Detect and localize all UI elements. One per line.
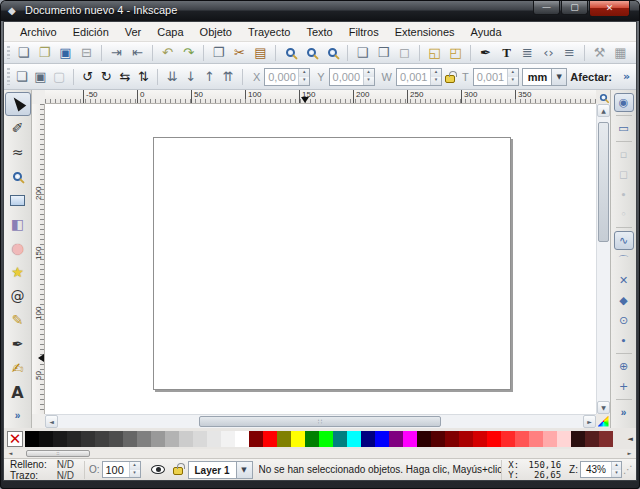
y-field-value[interactable]: 0,000	[330, 69, 363, 85]
menu-edicion[interactable]: Edición	[65, 24, 117, 40]
fill-and-stroke-icon[interactable]: ✒	[476, 43, 495, 62]
zoom-value[interactable]: 43%	[581, 462, 611, 477]
x-field-spinner[interactable]: ▴▾	[298, 69, 309, 85]
unit-dropdown[interactable]: mm ▼	[522, 68, 568, 86]
layer-visibility-eye-icon[interactable]	[151, 465, 165, 474]
export-icon[interactable]: ⇤	[128, 43, 147, 62]
snap-paths-button[interactable]: ⌒	[614, 251, 634, 270]
import-icon[interactable]: ⇥	[107, 43, 126, 62]
palette-swatch[interactable]	[291, 431, 305, 447]
palette-swatch[interactable]	[95, 431, 109, 447]
selector-tool[interactable]	[5, 92, 31, 116]
snap-bbox-edges-button[interactable]: ▫	[614, 145, 634, 164]
snap-bounding-box-button[interactable]: ▭	[614, 119, 634, 138]
menu-extensiones[interactable]: Extensiones	[387, 24, 463, 40]
scroll-left-arrow[interactable]: ◄	[45, 415, 58, 428]
palette-swatch[interactable]	[375, 431, 389, 447]
raise-one-step-icon[interactable]: ↑	[202, 67, 218, 86]
palette-swatch[interactable]	[67, 431, 81, 447]
snapbar-overflow-chevron[interactable]: »	[621, 407, 627, 418]
snap-path-intersections-button[interactable]: ✕	[614, 271, 634, 290]
align-distribute-icon[interactable]: ≡	[560, 43, 579, 62]
palette-scrollbar[interactable]: ◄ ⫶⫶ ►	[4, 449, 636, 458]
width-field[interactable]: 0,001 ▴▾	[396, 68, 442, 86]
zoom-to-drawing-icon[interactable]	[302, 43, 321, 62]
snap-enabled-button[interactable]: ◉	[614, 93, 634, 112]
title-bar[interactable]: ◆ Documento nuevo 4 - Inkscape — ▢ ✕	[1, 1, 639, 21]
unlink-clone-icon[interactable]: ◻	[395, 43, 414, 62]
palette-scroll-thumb[interactable]: ⫶⫶	[26, 450, 90, 457]
duplicate-icon[interactable]: ❑	[353, 43, 372, 62]
menu-ver[interactable]: Ver	[117, 24, 150, 40]
vertical-scrollbar[interactable]: ▲ ▼	[596, 104, 610, 414]
palette-swatch[interactable]	[263, 431, 277, 447]
calligraphy-tool[interactable]: ✍	[5, 356, 31, 380]
palette-swatch[interactable]	[193, 431, 207, 447]
snap-bbox-centers-button[interactable]: ◦	[614, 205, 634, 224]
canvas[interactable]	[45, 104, 598, 414]
deselect-icon[interactable]: ▢	[51, 67, 67, 86]
palette-swatch[interactable]	[249, 431, 263, 447]
palette-swatch[interactable]	[389, 431, 403, 447]
snap-bbox-corners-button[interactable]: ◻	[614, 165, 634, 184]
snap-smooth-nodes-button[interactable]: ⊙	[614, 311, 634, 330]
palette-swatch[interactable]	[445, 431, 459, 447]
palette-swatch[interactable]	[543, 431, 557, 447]
snap-line-midpoints-button[interactable]: ∙	[614, 331, 634, 350]
zoom-field[interactable]: 43% ▴▾	[580, 461, 622, 478]
ungroup-objects-icon[interactable]: ◰	[446, 43, 465, 62]
group-objects-icon[interactable]: ◱	[425, 43, 444, 62]
paste-icon[interactable]: ▤	[251, 43, 270, 62]
copy-icon[interactable]: ❐	[209, 43, 228, 62]
rectangle-tool[interactable]	[5, 188, 31, 212]
lower-to-bottom-icon[interactable]: ⇊	[164, 67, 180, 86]
menu-capa[interactable]: Capa	[149, 24, 191, 40]
raise-to-top-icon[interactable]: ⇈	[220, 67, 236, 86]
zoom-to-page-icon[interactable]	[323, 43, 342, 62]
zoom-to-selection-icon[interactable]	[281, 43, 300, 62]
create-clone-icon[interactable]: ❒	[374, 43, 393, 62]
ellipse-tool[interactable]: ●	[5, 236, 31, 260]
opacity-spinner[interactable]: ▴▾	[129, 462, 140, 477]
palette-swatch[interactable]	[361, 431, 375, 447]
opacity-field[interactable]: 100 ▴▾	[102, 461, 141, 478]
palette-swatch[interactable]	[123, 431, 137, 447]
print-document-icon[interactable]: ⊟	[77, 43, 96, 62]
palette-swatch[interactable]	[165, 431, 179, 447]
star-tool[interactable]: ★	[5, 260, 31, 284]
rotate-ccw-icon[interactable]: ↺	[80, 67, 96, 86]
toolbar-overflow-chevron[interactable]: »	[623, 70, 630, 83]
tweak-tool[interactable]: ≈	[5, 140, 31, 164]
redo-icon[interactable]: ↷	[179, 43, 198, 62]
snap-rotation-centers-button[interactable]: +	[614, 377, 634, 396]
palette-scroll-left-arrow[interactable]: ◄	[6, 450, 15, 457]
horizontal-scrollbar[interactable]: ◄ ∷ ►	[45, 414, 596, 428]
menu-filtros[interactable]: Filtros	[341, 24, 387, 40]
pencil-tool[interactable]: ✎	[5, 308, 31, 332]
palette-swatch[interactable]	[277, 431, 291, 447]
palette-swatch[interactable]	[53, 431, 67, 447]
palette-swatch[interactable]	[347, 431, 361, 447]
snap-nodes-paths-button[interactable]: ∿	[614, 231, 634, 250]
new-document-icon[interactable]: ❏	[14, 43, 33, 62]
rotate-cw-icon[interactable]: ↻	[99, 67, 115, 86]
palette-swatch[interactable]	[431, 431, 445, 447]
palette-swatch[interactable]	[529, 431, 543, 447]
palette-swatch[interactable]	[403, 431, 417, 447]
maximize-button[interactable]: ▢	[561, 1, 588, 15]
palette-swatch[interactable]	[599, 431, 613, 447]
y-field-spinner[interactable]: ▴▾	[363, 69, 374, 85]
open-document-icon[interactable]: ❐	[35, 43, 54, 62]
menu-archivo[interactable]: Archivo	[12, 24, 65, 40]
menu-ayuda[interactable]: Ayuda	[463, 24, 510, 40]
toolbox-overflow-chevron[interactable]: »	[15, 410, 21, 421]
select-all-layers-icon[interactable]: ▣	[33, 67, 49, 86]
palette-swatch[interactable]	[333, 431, 347, 447]
flip-horizontal-icon[interactable]: ⇆	[117, 67, 133, 86]
cut-icon[interactable]: ✂	[230, 43, 249, 62]
height-field[interactable]: 0,001 ▴▾	[473, 68, 519, 86]
palette-scroll-arrow-icon[interactable]: ◄	[628, 435, 636, 443]
menu-trayecto[interactable]: Trayecto	[240, 24, 298, 40]
palette-swatch[interactable]	[81, 431, 95, 447]
chevron-down-icon[interactable]: ▼	[551, 69, 566, 85]
